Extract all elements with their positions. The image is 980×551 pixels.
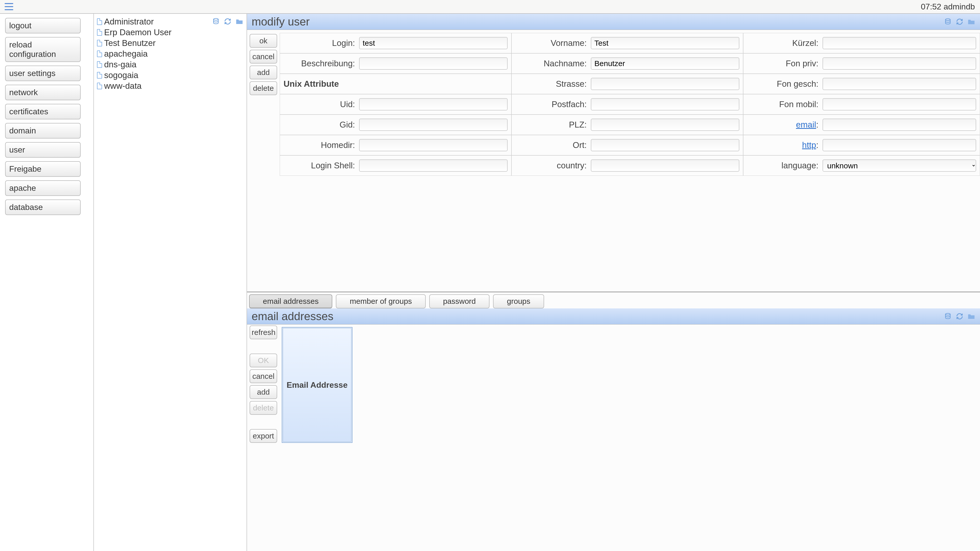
language-select[interactable]: unknown	[822, 159, 976, 171]
file-icon	[97, 83, 102, 89]
nav-sidebar: logoutreload configurationuser settingsn…	[0, 14, 94, 551]
homedir-input[interactable]	[359, 139, 508, 151]
vorname-input[interactable]	[591, 37, 739, 49]
ok-button-disabled: OK	[250, 354, 277, 367]
file-icon	[97, 61, 102, 68]
add-button[interactable]: add	[250, 65, 277, 79]
tab-password[interactable]: password	[429, 294, 490, 308]
database-icon[interactable]	[944, 17, 952, 26]
loginshell-input[interactable]	[359, 159, 508, 171]
nav-certificates[interactable]: certificates	[5, 104, 81, 119]
login-input[interactable]	[359, 37, 508, 49]
tab-member-of-groups[interactable]: member of groups	[336, 294, 425, 308]
fongesch-label: Fon gesch:	[747, 79, 818, 89]
nav-reload-configuration[interactable]: reload configuration	[5, 37, 81, 62]
user-list-label: www-data	[104, 81, 142, 91]
user-list-item[interactable]: Erp Daemon User	[97, 27, 245, 38]
add-button[interactable]: add	[250, 385, 277, 399]
user-list-label: sogogaia	[104, 70, 138, 80]
user-list-panel: AdministratorErp Daemon UserTest Benutze…	[94, 14, 247, 551]
email-table-header[interactable]: Email Addresse	[283, 328, 352, 442]
kuerzel-input[interactable]	[822, 37, 976, 49]
nachname-label: Nachname:	[515, 59, 587, 68]
modify-actions: ok cancel add delete	[247, 33, 280, 176]
email-table: Email Addresse	[282, 327, 352, 443]
nachname-input[interactable]	[591, 57, 739, 70]
user-list-label: Test Benutzer	[104, 38, 156, 48]
panel-title: modify user	[251, 15, 310, 28]
fongesch-input[interactable]	[822, 78, 976, 90]
file-icon	[97, 18, 102, 25]
folder-icon[interactable]	[967, 312, 975, 321]
nav-database[interactable]: database	[5, 200, 81, 215]
user-list-label: Administrator	[104, 17, 154, 27]
unix-section-label: Unix Attribute	[283, 79, 339, 89]
panel-title: email addresses	[251, 310, 333, 323]
hamburger-icon[interactable]	[5, 3, 13, 10]
folder-icon[interactable]	[235, 17, 243, 25]
cancel-button[interactable]: cancel	[250, 50, 277, 64]
user-list-item[interactable]: www-data	[97, 81, 245, 91]
user-list-item[interactable]: apachegaia	[97, 48, 245, 59]
http-input[interactable]	[822, 139, 976, 151]
nav-user[interactable]: user	[5, 142, 81, 158]
strasse-label: Strasse:	[515, 79, 587, 89]
cancel-button[interactable]: cancel	[250, 369, 277, 383]
database-icon[interactable]	[944, 312, 952, 321]
plz-input[interactable]	[591, 119, 739, 131]
kuerzel-label: Kürzel:	[747, 38, 818, 48]
current-user: admindb	[943, 2, 975, 11]
country-input[interactable]	[591, 159, 739, 171]
nav-Freigabe[interactable]: Freigabe	[5, 161, 81, 177]
beschreibung-input[interactable]	[359, 57, 508, 70]
language-label: language:	[747, 161, 818, 170]
postfach-input[interactable]	[591, 98, 739, 110]
emails-header: email addresses	[247, 308, 980, 324]
top-right-status: 07:52 admindb	[921, 2, 975, 11]
nav-domain[interactable]: domain	[5, 123, 81, 138]
loginshell-label: Login Shell:	[283, 161, 355, 170]
plz-label: PLZ:	[515, 120, 587, 130]
user-list-item[interactable]: Test Benutzer	[97, 38, 245, 48]
ok-button[interactable]: ok	[250, 34, 277, 48]
delete-button[interactable]: delete	[250, 81, 277, 95]
nav-apache[interactable]: apache	[5, 180, 81, 196]
nav-network[interactable]: network	[5, 85, 81, 100]
form-grid: Login: Vorname: Kürzel: Beschreibung: Na…	[280, 33, 980, 176]
user-list-item[interactable]: sogogaia	[97, 70, 245, 81]
tab-email-addresses[interactable]: email addresses	[249, 294, 332, 308]
svg-point-0	[213, 18, 218, 20]
user-list-item[interactable]: dns-gaia	[97, 59, 245, 70]
gid-input[interactable]	[359, 119, 508, 131]
clock: 07:52	[921, 2, 941, 11]
svg-point-1	[945, 19, 950, 21]
tab-groups[interactable]: groups	[493, 294, 544, 308]
topbar: 07:52 admindb	[0, 0, 980, 13]
refresh-icon[interactable]	[956, 312, 964, 321]
uid-label: Uid:	[283, 100, 355, 109]
folder-icon[interactable]	[967, 17, 975, 26]
uid-input[interactable]	[359, 98, 508, 110]
fonmobil-input[interactable]	[822, 98, 976, 110]
nav-logout[interactable]: logout	[5, 18, 81, 33]
beschreibung-label: Beschreibung:	[283, 59, 355, 68]
file-icon	[97, 51, 102, 57]
login-label: Login:	[283, 38, 355, 48]
emails-actions: refresh OK cancel add delete export	[247, 324, 280, 443]
email-link[interactable]: email	[796, 120, 816, 129]
database-icon[interactable]	[212, 17, 220, 25]
file-icon	[97, 40, 102, 46]
email-input[interactable]	[822, 119, 976, 131]
refresh-icon[interactable]	[224, 17, 232, 25]
strasse-input[interactable]	[591, 78, 739, 90]
export-button[interactable]: export	[250, 429, 277, 443]
main-area: modify user ok cancel a	[247, 14, 980, 551]
fonmobil-label: Fon mobil:	[747, 100, 818, 109]
refresh-button[interactable]: refresh	[250, 326, 277, 339]
refresh-icon[interactable]	[956, 17, 964, 26]
fonpriv-input[interactable]	[822, 57, 976, 70]
file-icon	[97, 29, 102, 36]
ort-input[interactable]	[591, 139, 739, 151]
nav-user-settings[interactable]: user settings	[5, 65, 81, 81]
http-link[interactable]: http	[802, 140, 816, 150]
